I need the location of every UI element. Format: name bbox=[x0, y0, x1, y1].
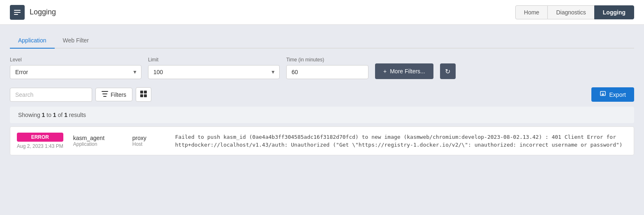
search-row: Filters bbox=[10, 87, 634, 102]
svg-rect-0 bbox=[14, 10, 21, 11]
results-info: Showing 1 to 1 of 1 results bbox=[10, 107, 634, 123]
log-agent: kasm_agent bbox=[73, 135, 123, 141]
svg-rect-9 bbox=[144, 94, 147, 97]
tab-web-filter[interactable]: Web Filter bbox=[55, 33, 97, 49]
limit-select-wrapper: 100 500 1000 ▼ bbox=[148, 65, 280, 79]
svg-rect-1 bbox=[14, 12, 21, 13]
svg-rect-6 bbox=[140, 91, 143, 93]
refresh-icon: ↻ bbox=[445, 68, 450, 75]
more-filters-button[interactable]: + More Filters... bbox=[375, 63, 433, 79]
search-input-wrapper bbox=[10, 88, 92, 102]
filters-label: Filters bbox=[111, 91, 126, 98]
log-host-col: proxy Host bbox=[132, 135, 165, 147]
page-title: Logging bbox=[30, 8, 56, 16]
svg-rect-8 bbox=[140, 94, 143, 97]
plus-icon: + bbox=[383, 68, 387, 75]
log-level-badge: ERROR bbox=[17, 133, 63, 142]
header: Logging Home Diagnostics Logging bbox=[0, 0, 644, 25]
grid-view-button[interactable] bbox=[136, 87, 151, 102]
results-to: 1 bbox=[53, 112, 56, 118]
header-nav: Home Diagnostics Logging bbox=[515, 5, 634, 19]
level-select-wrapper: Error Warning Info Debug ▼ bbox=[10, 65, 141, 79]
time-input[interactable] bbox=[286, 65, 368, 79]
svg-rect-2 bbox=[14, 14, 18, 15]
nav-diagnostics[interactable]: Diagnostics bbox=[548, 5, 594, 19]
limit-select[interactable]: 100 500 1000 bbox=[148, 65, 280, 79]
time-label: Time (in minutes) bbox=[286, 57, 368, 63]
log-host-label: Host bbox=[132, 141, 165, 147]
log-datetime: Aug 2, 2023 1:43 PM bbox=[17, 143, 63, 149]
svg-rect-5 bbox=[103, 96, 107, 97]
log-agent-col: kasm_agent Application bbox=[73, 135, 123, 147]
export-button[interactable]: Export bbox=[591, 87, 634, 102]
svg-rect-4 bbox=[102, 93, 107, 94]
level-filter-group: Level Error Warning Info Debug ▼ bbox=[10, 57, 141, 79]
refresh-button[interactable]: ↻ bbox=[440, 63, 456, 79]
filter-lines-icon bbox=[102, 91, 108, 98]
table-row: ERROR Aug 2, 2023 1:43 PM kasm_agent App… bbox=[10, 127, 634, 155]
results-count: 1 bbox=[64, 112, 67, 118]
search-input[interactable] bbox=[10, 88, 92, 102]
svg-rect-7 bbox=[144, 91, 147, 93]
search-left: Filters bbox=[10, 87, 151, 102]
log-table: ERROR Aug 2, 2023 1:43 PM kasm_agent App… bbox=[10, 126, 634, 155]
limit-label: Limit bbox=[148, 57, 280, 63]
tabs: Application Web Filter bbox=[10, 33, 634, 49]
to-text: to bbox=[45, 112, 53, 118]
export-label: Export bbox=[609, 91, 626, 98]
nav-home[interactable]: Home bbox=[515, 5, 548, 19]
nav-logging[interactable]: Logging bbox=[594, 5, 634, 19]
log-message: Failed to push kasm_id (0ae4a4b3ff304585… bbox=[175, 133, 627, 149]
export-icon bbox=[600, 91, 606, 98]
filters-row: Level Error Warning Info Debug ▼ Limit 1… bbox=[10, 57, 634, 79]
time-filter-group: Time (in minutes) bbox=[286, 57, 368, 79]
header-left: Logging bbox=[10, 5, 56, 20]
tab-application[interactable]: Application bbox=[10, 33, 55, 49]
results-suffix: results bbox=[67, 112, 86, 118]
level-label: Level bbox=[10, 57, 141, 63]
showing-prefix: Showing bbox=[18, 112, 42, 118]
log-level-col: ERROR Aug 2, 2023 1:43 PM bbox=[17, 133, 63, 149]
filters-button[interactable]: Filters bbox=[95, 88, 132, 101]
level-select[interactable]: Error Warning Info Debug bbox=[10, 65, 141, 79]
more-filters-label: More Filters... bbox=[390, 68, 425, 75]
logo-icon bbox=[10, 5, 25, 20]
log-host: proxy bbox=[132, 135, 165, 141]
svg-rect-3 bbox=[102, 91, 108, 92]
grid-icon bbox=[140, 91, 147, 98]
log-category: Application bbox=[73, 141, 123, 147]
of-text: of bbox=[56, 112, 64, 118]
main-content: Application Web Filter Level Error Warni… bbox=[0, 25, 644, 164]
limit-filter-group: Limit 100 500 1000 ▼ bbox=[148, 57, 280, 79]
